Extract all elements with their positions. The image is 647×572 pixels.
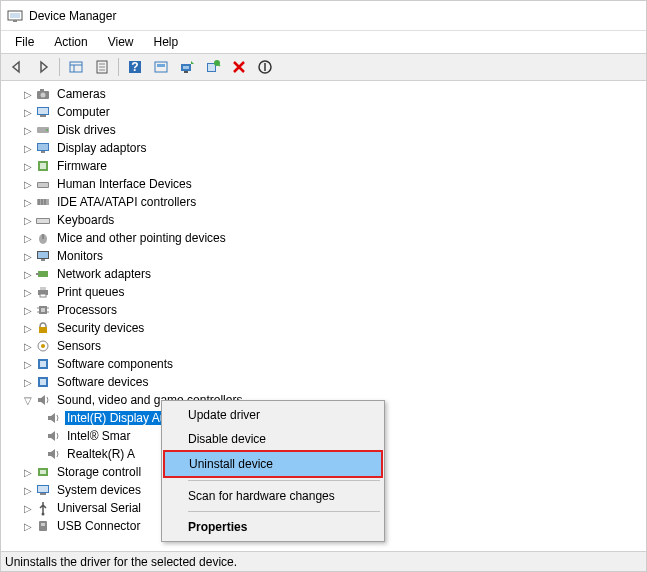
help-button[interactable]: ? <box>123 56 147 78</box>
context-menu-label: Scan for hardware changes <box>188 489 335 503</box>
display-icon <box>35 140 51 156</box>
tree-label: Network adapters <box>55 267 153 281</box>
properties-button[interactable] <box>90 56 114 78</box>
svg-rect-62 <box>40 361 46 367</box>
context-menu-disable-device[interactable]: Disable device <box>164 427 382 451</box>
camera-icon <box>35 86 51 102</box>
menubar: File Action View Help <box>1 31 646 53</box>
tree-item-firmware[interactable]: ▷Firmware <box>7 157 646 175</box>
tree-item-cameras[interactable]: ▷Cameras <box>7 85 646 103</box>
context-menu-separator <box>188 480 380 481</box>
chevron-right-icon: ▷ <box>21 267 35 281</box>
tree-label: Disk drives <box>55 123 118 137</box>
svg-rect-58 <box>39 327 47 333</box>
tree-label: Realtek(R) A <box>65 447 137 461</box>
chevron-right-icon: ▷ <box>21 87 35 101</box>
tree-label: Sensors <box>55 339 103 353</box>
update-driver-button[interactable] <box>175 56 199 78</box>
svg-rect-30 <box>38 144 48 150</box>
svg-rect-64 <box>40 379 46 385</box>
svg-point-70 <box>42 513 45 516</box>
context-menu-separator <box>188 511 380 512</box>
titlebar: Device Manager <box>1 1 646 31</box>
svg-rect-13 <box>157 64 165 67</box>
cpu-icon <box>35 302 51 318</box>
tree-label: Universal Serial <box>55 501 143 515</box>
speaker-icon <box>45 446 61 462</box>
scan-hardware-button[interactable] <box>201 56 225 78</box>
tree-label: Intel® Smar <box>65 429 133 443</box>
context-menu-update-driver[interactable]: Update driver <box>164 403 382 427</box>
tree-label: Human Interface Devices <box>55 177 194 191</box>
menu-file[interactable]: File <box>5 33 44 51</box>
tree-item-security[interactable]: ▷Security devices <box>7 319 646 337</box>
svg-rect-41 <box>37 219 49 223</box>
speaker-icon <box>35 392 51 408</box>
context-menu: Update driver Disable device Uninstall d… <box>161 400 385 542</box>
uninstall-button[interactable] <box>227 56 251 78</box>
tree-item-hid[interactable]: ▷Human Interface Devices <box>7 175 646 193</box>
software-icon <box>35 374 51 390</box>
software-icon <box>35 356 51 372</box>
action-button[interactable] <box>149 56 173 78</box>
svg-rect-72 <box>41 523 45 526</box>
monitor-icon <box>35 248 51 264</box>
tree-label: System devices <box>55 483 143 497</box>
context-menu-label: Update driver <box>188 408 260 422</box>
mouse-icon <box>35 230 51 246</box>
tree-item-sensors[interactable]: ▷Sensors <box>7 337 646 355</box>
tree-item-computer[interactable]: ▷Computer <box>7 103 646 121</box>
svg-rect-26 <box>40 115 46 117</box>
svg-rect-69 <box>40 493 46 495</box>
tree-label: Keyboards <box>55 213 116 227</box>
toolbar: ? <box>1 53 646 81</box>
chevron-right-icon: ▷ <box>21 123 35 137</box>
speaker-icon <box>45 428 61 444</box>
security-icon <box>35 320 51 336</box>
statusbar-text: Uninstalls the driver for the selected d… <box>5 555 237 569</box>
chevron-right-icon: ▷ <box>21 357 35 371</box>
svg-rect-35 <box>38 183 48 187</box>
tree-label: Software components <box>55 357 175 371</box>
context-menu-scan-hardware[interactable]: Scan for hardware changes <box>164 484 382 508</box>
tree-item-software-devices[interactable]: ▷Software devices <box>7 373 646 391</box>
menu-action[interactable]: Action <box>44 33 97 51</box>
tree-item-network[interactable]: ▷Network adapters <box>7 265 646 283</box>
back-button[interactable] <box>5 56 29 78</box>
chevron-right-icon: ▷ <box>21 501 35 515</box>
chevron-right-icon: ▷ <box>21 375 35 389</box>
tree-item-monitors[interactable]: ▷Monitors <box>7 247 646 265</box>
tree-label: Display adaptors <box>55 141 148 155</box>
chevron-right-icon: ▷ <box>21 249 35 263</box>
tree-item-keyboards[interactable]: ▷Keyboards <box>7 211 646 229</box>
toolbar-separator <box>59 58 60 76</box>
tree-item-display-adaptors[interactable]: ▷Display adaptors <box>7 139 646 157</box>
usb-connector-icon <box>35 518 51 534</box>
svg-rect-1 <box>10 13 20 18</box>
tree-item-processors[interactable]: ▷Processors <box>7 301 646 319</box>
storage-icon <box>35 464 51 480</box>
tree-item-disk-drives[interactable]: ▷Disk drives <box>7 121 646 139</box>
svg-rect-50 <box>40 287 46 290</box>
tree-item-software-components[interactable]: ▷Software components <box>7 355 646 373</box>
tree-item-ide[interactable]: ▷IDE ATA/ATAPI controllers <box>7 193 646 211</box>
svg-rect-2 <box>13 20 17 22</box>
show-hide-console-button[interactable] <box>64 56 88 78</box>
svg-text:?: ? <box>131 60 138 74</box>
hid-icon <box>35 176 51 192</box>
disable-button[interactable] <box>253 56 277 78</box>
forward-button[interactable] <box>31 56 55 78</box>
computer-icon <box>35 104 51 120</box>
menu-help[interactable]: Help <box>144 33 189 51</box>
tree-item-mice[interactable]: ▷Mice and other pointing devices <box>7 229 646 247</box>
svg-rect-31 <box>41 151 45 153</box>
tree-item-print-queues[interactable]: ▷Print queues <box>7 283 646 301</box>
tree-label: Mice and other pointing devices <box>55 231 228 245</box>
svg-point-28 <box>46 129 48 131</box>
ide-icon <box>35 194 51 210</box>
context-menu-uninstall-device[interactable]: Uninstall device <box>163 450 383 478</box>
context-menu-properties[interactable]: Properties <box>164 515 382 539</box>
tree-label: Print queues <box>55 285 126 299</box>
chevron-right-icon: ▷ <box>21 465 35 479</box>
menu-view[interactable]: View <box>98 33 144 51</box>
